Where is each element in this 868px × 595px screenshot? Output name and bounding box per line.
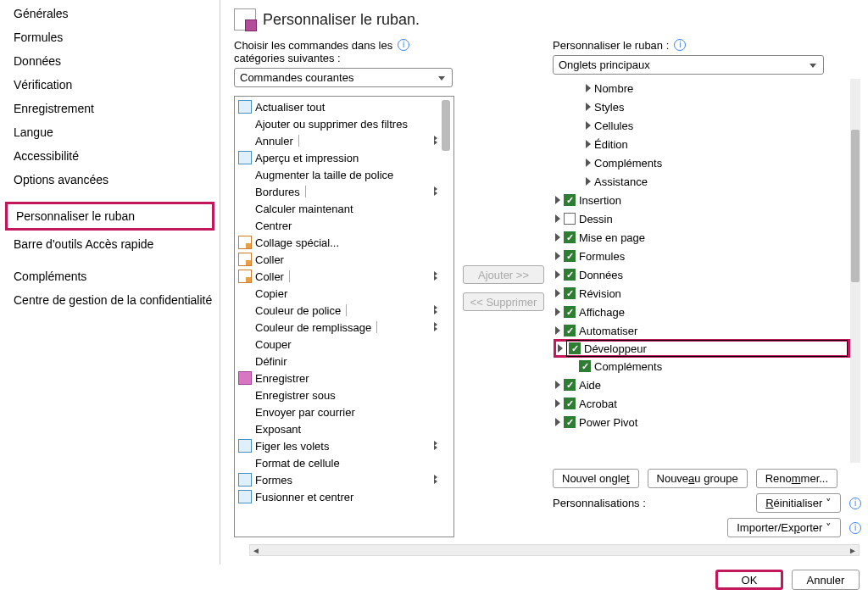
checkbox[interactable] [564,398,576,409]
expand-icon[interactable] [584,177,593,186]
tree-row[interactable]: Power Pivot [554,413,850,431]
commands-category-select[interactable]: Commandes courantes [234,68,453,87]
expand-icon[interactable] [584,103,593,111]
expand-icon[interactable] [556,344,565,353]
info-icon[interactable]: i [849,522,861,534]
command-item[interactable]: Bordures [235,183,453,200]
expand-icon[interactable] [554,233,562,242]
commands-listbox[interactable]: Actualiser toutAjouter ou supprimer des … [234,96,454,537]
ribbon-tabs-select[interactable]: Onglets principaux [553,55,824,75]
expand-icon[interactable] [554,214,562,223]
sidebar-item-trust[interactable]: Centre de gestion de la confidentialité [0,288,220,312]
expand-icon[interactable] [584,121,593,130]
command-item[interactable]: Formes [235,471,453,488]
command-item[interactable]: Aperçu et impression [235,149,453,166]
rename-button[interactable]: Renommer... [756,469,837,488]
expand-icon[interactable] [554,418,562,426]
info-icon[interactable]: i [398,39,409,51]
cancel-button[interactable]: Annuler [792,570,860,590]
tree-row[interactable]: Nombre [554,79,850,97]
ok-button[interactable]: OK [715,570,783,590]
expand-icon[interactable] [584,140,593,148]
checkbox[interactable] [564,213,576,225]
tree-row[interactable]: Dessin [554,209,850,228]
tree-row[interactable]: Acrobat [554,394,850,413]
checkbox[interactable] [564,287,576,299]
expand-icon[interactable] [554,289,562,298]
tree-row[interactable]: Mise en page [554,228,850,247]
expand-icon[interactable] [554,252,562,260]
sidebar-item-verify[interactable]: Vérification [0,73,220,97]
checkbox[interactable] [569,342,581,354]
expand-icon[interactable] [584,158,593,167]
command-item[interactable]: Enregistrer sous [235,386,453,403]
command-item[interactable]: Calculer maintenant [235,200,453,217]
command-item[interactable]: Coller [235,268,453,285]
command-item[interactable]: Coller [235,251,453,268]
checkbox[interactable] [564,416,576,428]
remove-button[interactable]: << Supprimer [463,292,544,311]
reset-button[interactable]: Réinitialiser ˅ [756,493,841,513]
scrollbar[interactable] [440,98,452,535]
expand-icon[interactable] [554,196,562,204]
scroll-right-icon[interactable]: ► [847,545,859,555]
info-icon[interactable]: i [674,39,686,51]
command-item[interactable]: Couleur de remplissage [235,319,453,336]
command-item[interactable]: Ajouter ou supprimer des filtres [235,115,453,132]
tree-row[interactable]: Cellules [554,116,850,135]
command-item[interactable]: Couper [235,336,453,353]
import-export-button[interactable]: Importer/Exporter ˅ [727,518,841,537]
tree-row[interactable]: Assistance [554,172,850,191]
sidebar-item-qat[interactable]: Barre d'outils Accès rapide [0,232,220,256]
command-item[interactable]: Actualiser tout [235,98,453,115]
tree-row[interactable]: Automatiser [554,321,850,340]
command-item[interactable]: Fusionner et centrer [235,488,453,505]
sidebar-item-save[interactable]: Enregistrement [0,97,220,120]
expand-icon[interactable] [554,399,562,408]
tree-row[interactable]: Formules [554,247,850,265]
tree-row[interactable]: Données [554,265,850,284]
horizontal-scrollbar[interactable]: ◄ ► [249,544,860,556]
scroll-left-icon[interactable]: ◄ [250,545,262,555]
scrollbar[interactable] [850,79,860,463]
command-item[interactable]: Collage spécial... [235,234,453,251]
tree-row[interactable]: Insertion [554,191,850,209]
sidebar-item-data[interactable]: Données [0,49,220,73]
new-tab-button[interactable]: Nouvel onglet [553,469,639,488]
tree-row[interactable]: Compléments [554,153,850,172]
add-button[interactable]: Ajouter >> [463,265,544,284]
sidebar-item-accessibility[interactable]: Accessibilité [0,144,220,168]
command-item[interactable]: Couleur de police [235,302,453,319]
command-item[interactable]: Envoyer par courrier [235,403,453,420]
tree-row[interactable]: Styles [554,97,850,116]
checkbox[interactable] [564,231,576,243]
tree-row[interactable]: Révision [554,284,850,303]
expand-icon[interactable] [554,326,562,335]
sidebar-item-lang[interactable]: Langue [0,120,220,144]
sidebar-item-formulas[interactable]: Formules [0,25,220,49]
info-icon[interactable]: i [849,498,861,509]
command-item[interactable]: Enregistrer [235,370,453,386]
ribbon-tree[interactable]: NombreStylesCellulesÉditionComplémentsAs… [553,78,861,464]
checkbox[interactable] [564,306,576,318]
sidebar-item-customize-ribbon[interactable]: Personnaliser le ruban [5,202,214,231]
checkbox[interactable] [564,250,576,262]
expand-icon[interactable] [554,270,562,279]
checkbox[interactable] [564,194,576,206]
sidebar-item-general[interactable]: Générales [0,2,220,25]
command-item[interactable]: Copier [235,285,453,302]
command-item[interactable]: Centrer [235,217,453,234]
checkbox[interactable] [564,325,576,336]
tree-row[interactable]: Compléments [554,357,850,375]
tree-row-selected[interactable]: Développeur [554,339,850,358]
checkbox[interactable] [579,360,591,372]
command-item[interactable]: Définir [235,353,453,370]
tree-row[interactable]: Affichage [554,303,850,321]
checkbox[interactable] [564,269,576,281]
sidebar-item-addins[interactable]: Compléments [0,264,220,288]
sidebar-item-advanced[interactable]: Options avancées [0,168,220,192]
command-item[interactable]: Annuler [235,132,453,149]
command-item[interactable]: Figer les volets [235,437,453,454]
command-item[interactable]: Format de cellule [235,454,453,471]
command-item[interactable]: Exposant [235,420,453,437]
